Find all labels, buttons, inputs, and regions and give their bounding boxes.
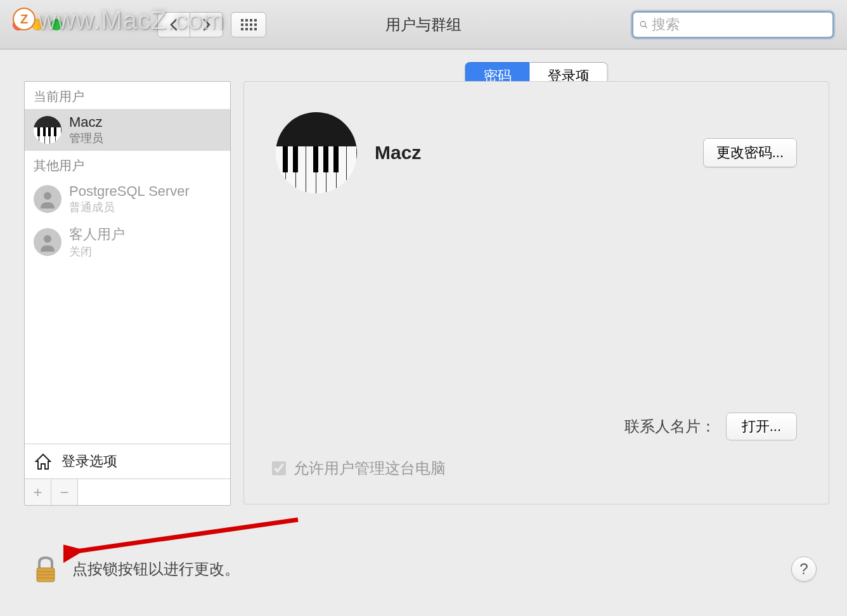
admin-checkbox[interactable]: [272, 461, 286, 475]
z-badge-icon: Z: [13, 8, 36, 30]
show-all-button[interactable]: [231, 12, 266, 37]
user-role-label: 管理员: [69, 131, 103, 146]
add-user-button[interactable]: +: [25, 479, 51, 505]
content-area: 当前用户 Macz 管理员 其他用户 PostgreSQL Server 普通成…: [0, 49, 847, 506]
user-role-label: 普通成员: [69, 200, 190, 215]
help-button[interactable]: ?: [791, 556, 817, 582]
user-info: PostgreSQL Server 普通成员: [69, 183, 190, 215]
sidebar-user-macz[interactable]: Macz 管理员: [25, 109, 230, 151]
user-name-label: Macz: [69, 114, 103, 131]
svg-point-0: [640, 21, 645, 26]
contact-card-label: 联系人名片：: [624, 416, 716, 437]
other-users-header: 其他用户: [25, 151, 230, 178]
window-toolbar: Z www.MacZ.com 用户与群组: [0, 0, 847, 49]
person-silhouette-icon: [38, 233, 57, 252]
contact-card-row: 联系人名片： 打开...: [244, 413, 797, 440]
open-contact-button[interactable]: 打开...: [726, 413, 797, 440]
grid-icon: [241, 19, 257, 30]
remove-user-button[interactable]: −: [51, 479, 78, 505]
user-name-label: 客人用户: [69, 225, 125, 244]
main-panel: 密码 登录项 Macz 更改密码... 联系人名片： 打开... 允许用户管理这…: [243, 81, 829, 506]
sidebar-user-postgresql[interactable]: PostgreSQL Server 普通成员: [25, 178, 230, 220]
admin-checkbox-label: 允许用户管理这台电脑: [294, 458, 446, 478]
footer: 点按锁按钮以进行更改。 ?: [30, 554, 817, 584]
user-role-label: 关闭: [69, 244, 125, 259]
zoom-window-button[interactable]: [51, 19, 62, 30]
detail-body: Macz 更改密码... 联系人名片： 打开... 允许用户管理这台电脑: [243, 81, 829, 504]
lock-hint-text: 点按锁按钮以进行更改。: [72, 559, 240, 579]
svg-point-3: [44, 235, 51, 243]
username-display: Macz: [375, 142, 421, 164]
user-info: Macz 管理员: [69, 114, 103, 146]
admin-checkbox-row: 允许用户管理这台电脑: [272, 458, 446, 478]
svg-line-1: [645, 25, 647, 28]
svg-point-2: [44, 192, 51, 200]
current-user-header: 当前用户: [25, 82, 230, 109]
nav-buttons: [157, 12, 223, 37]
search-input[interactable]: [652, 16, 826, 33]
home-icon: [34, 452, 53, 471]
search-box[interactable]: [631, 11, 834, 39]
user-avatar-icon: [34, 116, 61, 144]
login-options-label: 登录选项: [61, 452, 117, 471]
lock-icon[interactable]: [30, 554, 61, 584]
user-avatar-icon: [34, 185, 61, 213]
forward-button[interactable]: [190, 12, 223, 37]
window-title: 用户与群组: [385, 15, 462, 35]
back-button[interactable]: [157, 12, 190, 37]
users-sidebar: 当前用户 Macz 管理员 其他用户 PostgreSQL Server 普通成…: [24, 81, 231, 506]
user-info: 客人用户 关闭: [69, 225, 125, 259]
user-header: Macz 更改密码...: [276, 112, 797, 193]
change-password-button[interactable]: 更改密码...: [703, 138, 797, 167]
person-silhouette-icon: [38, 189, 57, 209]
add-remove-bar: + −: [25, 478, 230, 505]
svg-line-5: [76, 520, 298, 551]
user-name-label: PostgreSQL Server: [69, 183, 190, 200]
chevron-right-icon: [202, 18, 211, 31]
sidebar-user-guest[interactable]: 客人用户 关闭: [25, 220, 230, 264]
login-options-button[interactable]: 登录选项: [25, 444, 230, 478]
search-icon: [640, 18, 648, 32]
user-avatar-icon: [34, 228, 61, 256]
user-avatar-large[interactable]: [276, 112, 357, 193]
chevron-left-icon: [169, 18, 178, 31]
